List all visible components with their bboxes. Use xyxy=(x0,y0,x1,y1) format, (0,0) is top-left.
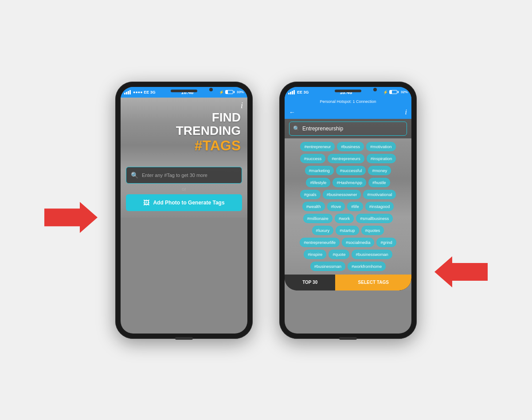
tag-row: #entrepreneurlife#socialmedia#grind xyxy=(288,238,408,247)
headline-section: FIND TRENDING #TAGS xyxy=(121,98,247,163)
battery-icon-2 xyxy=(389,90,399,94)
tag-chip[interactable]: #success xyxy=(300,154,326,163)
battery-2: ⚡ 32% xyxy=(383,90,408,94)
svg-marker-1 xyxy=(44,202,98,233)
search-section: 🔍 Entrepreneurship xyxy=(285,119,411,138)
left-arrow xyxy=(44,202,98,243)
battery-body-1 xyxy=(225,90,233,94)
add-photo-button[interactable]: 🖼 Add Photo to Generate Tags xyxy=(126,194,242,211)
tag-row: #millionaire#work#smallbusiness xyxy=(288,214,408,223)
select-tags-button[interactable]: SELECT TAGS xyxy=(335,275,411,290)
info-icon-1[interactable]: i xyxy=(241,101,243,110)
tag-chip[interactable]: #grind xyxy=(376,238,396,247)
tag-row: #success#entrepreneurs#inspiration xyxy=(288,154,408,163)
hotspot-bar: Personal Hotspot: 1 Connection xyxy=(285,98,411,106)
phone-2-screen: EE 3G 18:48 ⚡ 32% Personal Hotspot: 1 C xyxy=(285,87,411,334)
right-arrow xyxy=(434,256,488,298)
tag-chip[interactable]: #entrepreneurs xyxy=(328,154,364,163)
info-icon-2[interactable]: i xyxy=(405,108,407,116)
search-icon-2: 🔍 xyxy=(293,126,300,132)
add-photo-label: Add Photo to Generate Tags xyxy=(153,200,224,206)
phone-speaker-1 xyxy=(171,90,197,92)
tag-chip[interactable]: #quotes xyxy=(361,226,384,235)
phone2-content: ← i 🔍 Entrepreneurship #entrepreneur#bus… xyxy=(285,106,411,290)
tag-row: #inspire#quote#businesswoman xyxy=(288,250,408,259)
tags-text: #TAGS xyxy=(195,138,241,153)
signal-dots-1 xyxy=(124,90,131,94)
phone-speaker-2 xyxy=(335,90,361,92)
tag-chip[interactable]: #money xyxy=(368,166,391,175)
tag-chip[interactable]: #inspiration xyxy=(367,154,396,163)
phone-1-screen: ●●●● EE 3G 18:48 ⚡ 33% xyxy=(121,87,247,334)
tag-chip[interactable]: #luxury xyxy=(312,226,334,235)
tag-chip[interactable]: #businesswoman xyxy=(352,250,392,259)
or-divider: or xyxy=(126,186,242,192)
tag-chip[interactable]: #HashmeApp xyxy=(332,178,366,187)
battery-tip-2 xyxy=(398,91,399,93)
bottom-section-1: 🔍 Enter any #Tag to get 30 more or 🖼 Add… xyxy=(121,162,247,218)
phone-1: ●●●● EE 3G 18:48 ⚡ 33% xyxy=(115,82,253,339)
status-bar-1: ●●●● EE 3G 18:48 ⚡ 33% xyxy=(121,87,247,98)
bluetooth-icon-1: ⚡ xyxy=(219,90,224,94)
battery-1: ⚡ 33% xyxy=(219,90,244,94)
screen-bg-1: i FIND TRENDING #TAGS 🔍 Enter any #Tag t… xyxy=(121,98,247,218)
hotspot-text: Personal Hotspot: 1 Connection xyxy=(320,99,376,104)
tag-chip[interactable]: #businessowner xyxy=(323,190,361,199)
app-header-2: ← i xyxy=(285,106,411,119)
tag-chip[interactable]: #socialmedia xyxy=(342,238,374,247)
battery-pct-1: 33% xyxy=(237,90,244,94)
tag-chip[interactable]: #millionaire xyxy=(303,214,332,223)
tag-chip[interactable]: #startup xyxy=(336,226,359,235)
tag-row: #lifestyle#HashmeApp#hustle xyxy=(288,178,408,187)
search-placeholder-1: Enter any #Tag to get 30 more xyxy=(142,173,207,178)
tag-chip[interactable]: #love xyxy=(327,202,345,211)
tag-chip[interactable]: #entrepreneurlife xyxy=(300,238,340,247)
find-text: FIND xyxy=(212,111,241,125)
tag-chip[interactable]: #goals xyxy=(300,190,321,199)
battery-fill-1 xyxy=(226,90,228,94)
tag-chip[interactable]: #business xyxy=(337,142,364,151)
back-arrow[interactable]: ← xyxy=(289,109,295,116)
phones-container: ●●●● EE 3G 18:48 ⚡ 33% xyxy=(98,64,434,357)
phone-2: EE 3G 18:48 ⚡ 32% Personal Hotspot: 1 C xyxy=(279,82,417,339)
tag-chip[interactable]: #instagood xyxy=(365,202,394,211)
select-tags-label: SELECT TAGS xyxy=(358,280,389,285)
tag-row: #goals#businessowner#motivational xyxy=(288,190,408,199)
phone-camera-1 xyxy=(209,88,213,91)
tag-chip[interactable]: #smallbusiness xyxy=(356,214,393,223)
search-bar-1[interactable]: 🔍 Enter any #Tag to get 30 more xyxy=(126,167,242,184)
tag-row: #businessman#workfromhome xyxy=(288,262,408,271)
tag-chip[interactable]: #lifestyle xyxy=(306,178,330,187)
search-icon-1: 🔍 xyxy=(131,172,138,179)
tag-row: #entrepreneur#business#motivation xyxy=(288,142,408,151)
search-field[interactable]: 🔍 Entrepreneurship xyxy=(289,122,407,136)
battery-icon-1 xyxy=(225,90,235,94)
tag-chip[interactable]: #workfromhome xyxy=(348,262,386,271)
tag-chip[interactable]: #motivation xyxy=(366,142,396,151)
carrier-2: EE 3G xyxy=(297,90,309,94)
phone1-content: i FIND TRENDING #TAGS 🔍 Enter any #Tag t… xyxy=(121,98,247,218)
tag-chip[interactable]: #inspire xyxy=(304,250,326,259)
top30-label: TOP 30 xyxy=(302,280,317,285)
tag-chip[interactable]: #entrepreneur xyxy=(300,142,335,151)
top30-button[interactable]: TOP 30 xyxy=(285,275,335,290)
bluetooth-icon-2: ⚡ xyxy=(383,90,388,94)
tag-chip[interactable]: #life xyxy=(347,202,363,211)
status-bar-2: EE 3G 18:48 ⚡ 32% xyxy=(285,87,411,98)
tag-chip[interactable]: #work xyxy=(335,214,354,223)
battery-pct-2: 32% xyxy=(401,90,408,94)
tag-chip[interactable]: #hustle xyxy=(368,178,390,187)
phone-home-1 xyxy=(175,337,193,340)
tag-chip[interactable]: #quote xyxy=(329,250,349,259)
svg-marker-2 xyxy=(434,256,488,287)
photo-icon: 🖼 xyxy=(143,199,149,206)
tag-chip[interactable]: #businessman xyxy=(310,262,345,271)
phone-camera-2 xyxy=(373,88,377,91)
tag-chip[interactable]: #successful xyxy=(336,166,366,175)
tag-chip[interactable]: #marketing xyxy=(305,166,334,175)
tag-row: #wealth#love#life#instagood xyxy=(288,202,408,211)
tag-row: #marketing#successful#money xyxy=(288,166,408,175)
signal-dots-2 xyxy=(288,90,295,94)
tag-chip[interactable]: #motivational xyxy=(363,190,396,199)
tag-chip[interactable]: #wealth xyxy=(302,202,325,211)
